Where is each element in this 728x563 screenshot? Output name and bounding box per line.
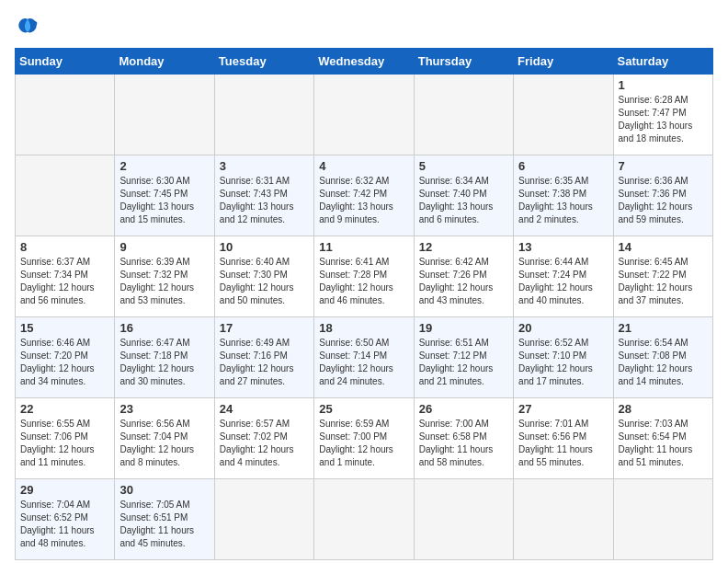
header: [15, 15, 713, 40]
day-cell-16: 16Sunrise: 6:47 AMSunset: 7:18 PMDayligh…: [115, 317, 214, 398]
day-cell-13: 13Sunrise: 6:44 AMSunset: 7:24 PMDayligh…: [514, 236, 613, 317]
day-number: 5: [419, 159, 508, 173]
day-number: 8: [20, 240, 109, 254]
day-cell-24: 24Sunrise: 6:57 AMSunset: 7:02 PMDayligh…: [214, 398, 313, 479]
day-number: 16: [119, 321, 209, 335]
day-cell-6: 6Sunrise: 6:35 AMSunset: 7:38 PMDaylight…: [514, 155, 613, 236]
day-number: 3: [220, 159, 309, 173]
day-number: 13: [518, 240, 608, 254]
day-info: Sunrise: 6:35 AMSunset: 7:38 PMDaylight:…: [518, 175, 608, 226]
day-cell-29: 29Sunrise: 7:04 AMSunset: 6:52 PMDayligh…: [16, 479, 115, 560]
day-cell-25: 25Sunrise: 6:59 AMSunset: 7:00 PMDayligh…: [314, 398, 414, 479]
day-number: 11: [319, 240, 408, 254]
day-number: 21: [619, 321, 708, 335]
day-cell-15: 15Sunrise: 6:46 AMSunset: 7:20 PMDayligh…: [16, 317, 115, 398]
day-cell-1: 1Sunrise: 6:28 AMSunset: 7:47 PMDaylight…: [613, 75, 712, 155]
calendar-table: SundayMondayTuesdayWednesdayThursdayFrid…: [15, 48, 713, 560]
empty-cell: [514, 479, 613, 560]
day-number: 14: [619, 240, 708, 254]
day-header-wednesday: Wednesday: [314, 49, 414, 75]
day-number: 12: [419, 240, 508, 254]
day-info: Sunrise: 6:44 AMSunset: 7:24 PMDaylight:…: [518, 256, 608, 307]
day-number: 25: [319, 402, 408, 416]
day-number: 9: [119, 240, 209, 254]
week-row-4: 15Sunrise: 6:46 AMSunset: 7:20 PMDayligh…: [16, 317, 713, 398]
day-info: Sunrise: 6:40 AMSunset: 7:30 PMDaylight:…: [220, 256, 309, 307]
empty-cell: [115, 75, 214, 155]
week-row-5: 22Sunrise: 6:55 AMSunset: 7:06 PMDayligh…: [16, 398, 713, 479]
day-cell-26: 26Sunrise: 7:00 AMSunset: 6:58 PMDayligh…: [414, 398, 513, 479]
day-info: Sunrise: 6:57 AMSunset: 7:02 PMDaylight:…: [220, 418, 309, 469]
day-info: Sunrise: 6:28 AMSunset: 7:47 PMDaylight:…: [619, 94, 708, 145]
day-header-saturday: Saturday: [613, 49, 712, 75]
day-cell-17: 17Sunrise: 6:49 AMSunset: 7:16 PMDayligh…: [214, 317, 313, 398]
day-info: Sunrise: 6:30 AMSunset: 7:45 PMDaylight:…: [119, 175, 209, 226]
empty-cell: [214, 75, 313, 155]
day-number: 2: [119, 159, 209, 173]
day-cell-14: 14Sunrise: 6:45 AMSunset: 7:22 PMDayligh…: [613, 236, 712, 317]
week-row-3: 8Sunrise: 6:37 AMSunset: 7:34 PMDaylight…: [16, 236, 713, 317]
day-number: 23: [119, 402, 209, 416]
day-number: 10: [220, 240, 309, 254]
week-row-6: 29Sunrise: 7:04 AMSunset: 6:52 PMDayligh…: [16, 479, 713, 560]
day-cell-22: 22Sunrise: 6:55 AMSunset: 7:06 PMDayligh…: [16, 398, 115, 479]
day-cell-11: 11Sunrise: 6:41 AMSunset: 7:28 PMDayligh…: [314, 236, 414, 317]
day-number: 28: [619, 402, 708, 416]
week-row-2: 2Sunrise: 6:30 AMSunset: 7:45 PMDaylight…: [16, 155, 713, 236]
day-info: Sunrise: 6:47 AMSunset: 7:18 PMDaylight:…: [119, 337, 209, 388]
day-cell-23: 23Sunrise: 6:56 AMSunset: 7:04 PMDayligh…: [115, 398, 214, 479]
day-number: 17: [220, 321, 309, 335]
empty-cell: [16, 155, 115, 236]
day-info: Sunrise: 6:32 AMSunset: 7:42 PMDaylight:…: [319, 175, 408, 226]
week-row-1: 1Sunrise: 6:28 AMSunset: 7:47 PMDaylight…: [16, 75, 713, 155]
day-number: 18: [319, 321, 408, 335]
day-info: Sunrise: 6:36 AMSunset: 7:36 PMDaylight:…: [619, 175, 708, 226]
day-header-monday: Monday: [115, 49, 214, 75]
day-header-tuesday: Tuesday: [214, 49, 313, 75]
empty-cell: [16, 75, 115, 155]
day-cell-18: 18Sunrise: 6:50 AMSunset: 7:14 PMDayligh…: [314, 317, 414, 398]
empty-cell: [414, 75, 513, 155]
day-info: Sunrise: 6:42 AMSunset: 7:26 PMDaylight:…: [419, 256, 508, 307]
empty-cell: [314, 75, 414, 155]
day-info: Sunrise: 6:56 AMSunset: 7:04 PMDaylight:…: [119, 418, 209, 469]
days-header-row: SundayMondayTuesdayWednesdayThursdayFrid…: [16, 49, 713, 75]
day-number: 7: [619, 159, 708, 173]
day-info: Sunrise: 6:31 AMSunset: 7:43 PMDaylight:…: [220, 175, 309, 226]
logo: [15, 15, 44, 40]
day-cell-28: 28Sunrise: 7:03 AMSunset: 6:54 PMDayligh…: [613, 398, 712, 479]
day-header-friday: Friday: [514, 49, 613, 75]
day-info: Sunrise: 6:50 AMSunset: 7:14 PMDaylight:…: [319, 337, 408, 388]
day-cell-5: 5Sunrise: 6:34 AMSunset: 7:40 PMDaylight…: [414, 155, 513, 236]
day-number: 22: [20, 402, 109, 416]
day-info: Sunrise: 7:03 AMSunset: 6:54 PMDaylight:…: [619, 418, 708, 469]
day-number: 29: [20, 483, 109, 497]
day-info: Sunrise: 7:01 AMSunset: 6:56 PMDaylight:…: [518, 418, 608, 469]
day-info: Sunrise: 6:34 AMSunset: 7:40 PMDaylight:…: [419, 175, 508, 226]
day-cell-27: 27Sunrise: 7:01 AMSunset: 6:56 PMDayligh…: [514, 398, 613, 479]
day-number: 15: [20, 321, 109, 335]
day-info: Sunrise: 6:39 AMSunset: 7:32 PMDaylight:…: [119, 256, 209, 307]
day-cell-21: 21Sunrise: 6:54 AMSunset: 7:08 PMDayligh…: [613, 317, 712, 398]
day-number: 4: [319, 159, 408, 173]
day-cell-9: 9Sunrise: 6:39 AMSunset: 7:32 PMDaylight…: [115, 236, 214, 317]
day-cell-30: 30Sunrise: 7:05 AMSunset: 6:51 PMDayligh…: [115, 479, 214, 560]
day-number: 27: [518, 402, 608, 416]
day-cell-3: 3Sunrise: 6:31 AMSunset: 7:43 PMDaylight…: [214, 155, 313, 236]
day-cell-10: 10Sunrise: 6:40 AMSunset: 7:30 PMDayligh…: [214, 236, 313, 317]
day-number: 1: [619, 78, 708, 92]
day-info: Sunrise: 6:37 AMSunset: 7:34 PMDaylight:…: [20, 256, 109, 307]
day-info: Sunrise: 7:04 AMSunset: 6:52 PMDaylight:…: [20, 499, 109, 550]
day-info: Sunrise: 7:00 AMSunset: 6:58 PMDaylight:…: [419, 418, 508, 469]
empty-cell: [514, 75, 613, 155]
day-header-sunday: Sunday: [16, 49, 115, 75]
day-cell-4: 4Sunrise: 6:32 AMSunset: 7:42 PMDaylight…: [314, 155, 414, 236]
day-number: 19: [419, 321, 508, 335]
day-cell-12: 12Sunrise: 6:42 AMSunset: 7:26 PMDayligh…: [414, 236, 513, 317]
day-info: Sunrise: 6:54 AMSunset: 7:08 PMDaylight:…: [619, 337, 708, 388]
day-cell-2: 2Sunrise: 6:30 AMSunset: 7:45 PMDaylight…: [115, 155, 214, 236]
day-info: Sunrise: 6:59 AMSunset: 7:00 PMDaylight:…: [319, 418, 408, 469]
day-info: Sunrise: 6:52 AMSunset: 7:10 PMDaylight:…: [518, 337, 608, 388]
day-info: Sunrise: 6:46 AMSunset: 7:20 PMDaylight:…: [20, 337, 109, 388]
day-number: 6: [518, 159, 608, 173]
